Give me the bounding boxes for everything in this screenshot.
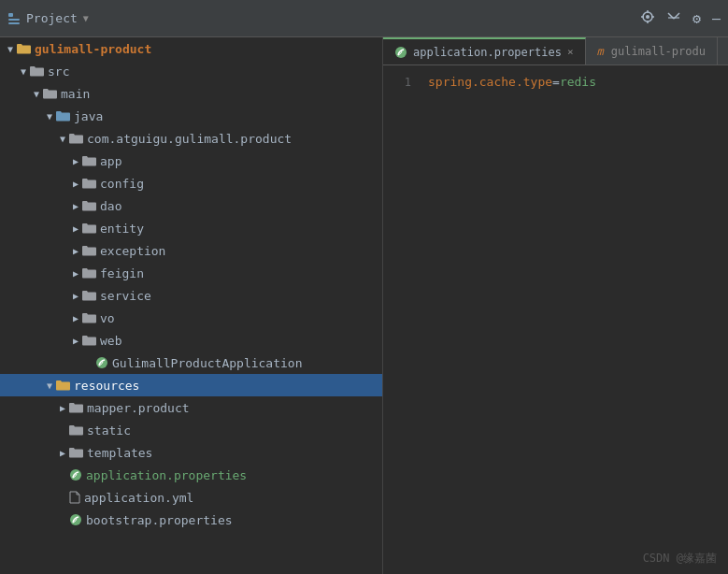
folder-icon [82,200,96,211]
tabs-bar: application.properties × m gulimall-prod… [383,37,728,65]
code-line-1: spring.cache.type=redis [428,73,717,92]
settings-icon[interactable]: ⚙ [692,10,701,27]
tree-item-src[interactable]: src [0,60,382,82]
tree-label-app: app [100,154,121,168]
toolbar: Project ▼ ⚙ — [0,0,728,37]
line-number-1: 1 [383,73,411,92]
tree-item-gulimall-product[interactable]: gulimall-product [0,37,382,60]
tree-label-bootstrap-properties: bootstrap.properties [86,513,233,527]
tree-label-config: config [100,177,144,191]
tree-arrow-exception[interactable] [69,246,82,256]
tree-item-config[interactable]: config [0,172,382,194]
code-val: redis [560,75,596,89]
tree-item-resources[interactable]: resources [0,374,382,396]
tree-item-app[interactable]: app [0,150,382,172]
line-numbers: 1 [383,65,417,574]
tree-label-java: java [74,109,103,123]
folder-icon [82,312,96,323]
file-icon [69,491,80,504]
tree-item-service[interactable]: service [0,284,382,307]
toolbar-dropdown-icon[interactable]: ▼ [83,13,89,23]
code-eq: = [552,75,560,89]
tree-item-application-properties[interactable]: application.properties [0,464,382,486]
tree-arrow-app[interactable] [69,156,82,166]
tree-arrow-dao[interactable] [69,201,82,211]
tree-label-resources: resources [74,379,139,393]
tree-label-application-yml: application.yml [84,491,193,505]
tree-arrow-main[interactable] [30,89,43,99]
folder-icon [56,110,70,122]
tree-arrow-templates[interactable] [56,448,69,458]
tree-item-static[interactable]: static [0,419,382,441]
svg-rect-2 [8,22,20,24]
tree-label-mapper-product: mapper.product [87,401,190,415]
tree-arrow-entity[interactable] [69,223,82,234]
tree-item-com-pkg[interactable]: com.atguigu.gulimall.product [0,127,382,150]
tab-close-button[interactable]: × [567,46,574,58]
tree-label-web: web [100,334,121,348]
tree-arrow-mapper-product[interactable] [56,403,69,413]
tree-arrow-service[interactable] [69,291,82,301]
svg-point-13 [70,469,81,481]
svg-rect-0 [8,13,13,17]
tree-label-exception: exception [100,244,165,258]
minimize-icon[interactable]: — [712,10,721,27]
tree-arrow-gulimall-product[interactable] [4,44,17,54]
tree-label-vo: vo [100,311,115,325]
tree-item-application-yml[interactable]: application.yml [0,486,382,509]
tree-arrow-config[interactable] [69,179,82,189]
folder-icon [30,65,44,77]
tab-label-gulimall: gulimall-produ [611,45,706,58]
tree-arrow-resources[interactable] [43,380,56,391]
tree-arrow-com-pkg[interactable] [56,134,69,144]
tree-item-templates[interactable]: templates [0,441,382,464]
folder-icon [82,290,96,301]
folder-icon [56,380,70,391]
tree-item-vo[interactable]: vo [0,307,382,329]
project-icon [7,12,21,25]
locate-icon[interactable] [640,9,655,28]
tree-item-entity[interactable]: entity [0,217,382,239]
tree-label-entity: entity [100,222,144,236]
tree-item-dao[interactable]: dao [0,194,382,217]
tree-arrow-java[interactable] [43,111,56,122]
tree-arrow-src[interactable] [17,66,30,77]
tree-arrow-web[interactable] [69,336,82,346]
folder-icon [69,133,83,144]
code-key: spring.cache.type [428,75,552,89]
toolbar-icons: ⚙ — [640,9,721,28]
svg-point-15 [395,47,407,58]
svg-point-14 [70,514,81,525]
tree-label-dao: dao [100,199,121,213]
editor-area: application.properties × m gulimall-prod… [383,37,728,574]
folder-icon [82,178,96,189]
watermark: CSDN @缘嘉菌 [643,551,717,567]
tab-gulimall[interactable]: m gulimall-produ [586,37,718,65]
spring-tab-icon [394,46,407,59]
folder-icon [82,335,96,346]
tree-label-application-properties: application.properties [86,468,247,482]
tree-arrow-vo[interactable] [69,313,82,323]
code-area[interactable]: spring.cache.type=redis [417,65,728,574]
svg-point-4 [646,15,649,19]
tree-item-main[interactable]: main [0,82,382,105]
folder-icon [82,267,96,279]
tree-item-java[interactable]: java [0,105,382,127]
tree-item-exception[interactable]: exception [0,239,382,262]
tab-application-properties[interactable]: application.properties × [383,37,586,65]
tree-item-web[interactable]: web [0,329,382,352]
folder-icon [82,155,96,166]
tree-label-main: main [61,87,90,101]
folder-icon [43,88,57,99]
tree-item-feigin[interactable]: feigin [0,262,382,284]
collapse-icon[interactable] [666,9,681,28]
tree-item-GulimallProductApplication[interactable]: GulimallProductApplication [0,352,382,374]
folder-icon [82,245,96,256]
main-area: gulimall-product src main java com.atgui… [0,37,728,574]
tree-arrow-feigin[interactable] [69,268,82,279]
toolbar-title: Project [26,11,78,25]
tree-item-bootstrap-properties[interactable]: bootstrap.properties [0,509,382,531]
tree-label-templates: templates [87,446,152,460]
tree-label-com-pkg: com.atguigu.gulimall.product [87,132,292,146]
tree-item-mapper-product[interactable]: mapper.product [0,396,382,419]
